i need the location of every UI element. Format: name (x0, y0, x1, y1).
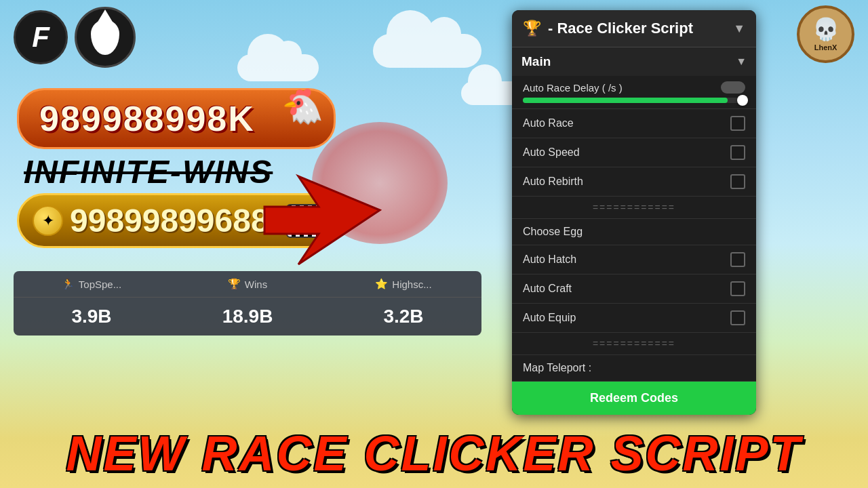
wins-value: 18.9B (180, 306, 315, 327)
auto-race-delay-track[interactable] (523, 98, 745, 103)
coin-icon: ✦ (33, 205, 63, 236)
auto-equip-checkbox[interactable] (730, 310, 745, 325)
auto-race-delay-toggle[interactable] (721, 81, 745, 94)
top-score-number: 989988998K (39, 98, 255, 139)
topspeed-icon: 🏃 (62, 278, 75, 290)
slider-thumb[interactable] (737, 95, 748, 106)
highscore-value: 3.2B (336, 306, 471, 327)
wins-label: Wins (245, 279, 267, 290)
auto-craft-label: Auto Craft (523, 283, 572, 295)
svg-marker-0 (264, 176, 380, 264)
section-main-label: Main (521, 54, 551, 69)
highscore-icon: ⭐ (375, 278, 388, 290)
auto-equip-label: Auto Equip (523, 312, 576, 324)
skull-icon: 💀 (812, 16, 840, 42)
auto-speed-checkbox[interactable] (730, 145, 745, 160)
auto-race-delay-row: Auto Race Delay ( /s ) (512, 76, 756, 109)
panel-header: 🏆 - Race Clicker Script ▼ (512, 10, 756, 47)
panel-title-text: - Race Clicker Script (548, 20, 693, 37)
auto-speed-label: Auto Speed (523, 146, 580, 159)
stats-header: 🏃 TopSpe... 🏆 Wins ⭐ Highsc... (14, 271, 481, 298)
choose-egg-row[interactable]: Choose Egg (512, 219, 756, 245)
map-teleport-row: Map Teleport : (512, 355, 756, 382)
auto-race-delay-label: Auto Race Delay ( /s ) (523, 82, 623, 94)
auto-hatch-label: Auto Hatch (523, 253, 576, 266)
redeem-codes-button[interactable]: Redeem Codes (512, 382, 756, 415)
auto-rebirth-label: Auto Rebirth (523, 176, 583, 188)
drop-logo (75, 7, 136, 68)
panel-body: Auto Race Delay ( /s ) Auto Race Auto Sp… (512, 76, 756, 415)
panel-title: 🏆 - Race Clicker Script (523, 20, 693, 37)
avatar: 💀 LhenX (797, 5, 854, 63)
auto-speed-row: Auto Speed (512, 138, 756, 167)
chicken-icon: 🐔 (281, 87, 323, 126)
slider-fill (523, 98, 728, 103)
map-teleport-label: Map Teleport : (523, 362, 591, 373)
auto-craft-checkbox[interactable] (730, 281, 745, 296)
auto-hatch-row: Auto Hatch (512, 245, 756, 274)
bottom-title: New Race Clicker Script (0, 426, 868, 481)
topspeed-label: TopSpe... (79, 279, 121, 290)
choose-egg-label: Choose Egg (523, 226, 583, 238)
stats-panel: 🏃 TopSpe... 🏆 Wins ⭐ Highsc... 3.9B 18.9… (14, 271, 481, 336)
wins-icon: 🏆 (228, 278, 241, 290)
topspeed-value: 3.9B (24, 306, 159, 327)
auto-rebirth-row: Auto Rebirth (512, 167, 756, 197)
stats-col-topspeed: 🏃 TopSpe... (24, 278, 159, 290)
drop-shape (91, 20, 119, 55)
auto-rebirth-checkbox[interactable] (730, 174, 745, 189)
auto-race-row: Auto Race (512, 109, 756, 138)
auto-craft-row: Auto Craft (512, 274, 756, 304)
logos-container: F (14, 7, 136, 68)
divider-1: ============ (512, 197, 756, 219)
coin-number: 99899899688 (70, 202, 269, 239)
stats-values: 3.9B 18.9B 3.2B (14, 298, 481, 336)
auto-hatch-checkbox[interactable] (730, 252, 745, 267)
panel-dropdown-arrow[interactable]: ▼ (733, 22, 745, 36)
auto-race-checkbox[interactable] (730, 116, 745, 131)
score-top-bar: 989988998K 🐔 (17, 88, 336, 149)
stats-col-wins: 🏆 Wins (180, 278, 315, 290)
section-arrow: ▼ (736, 56, 747, 68)
avatar-name: LhenX (812, 43, 840, 52)
arrow-indicator (258, 169, 393, 274)
divider-2: ============ (512, 333, 756, 355)
auto-race-label: Auto Race (523, 117, 574, 129)
trophy-icon: 🏆 (523, 20, 541, 37)
cloud-1 (237, 54, 319, 81)
f-logo: F (14, 10, 68, 64)
cloud-2 (373, 34, 481, 68)
stats-col-highscore: ⭐ Highsc... (336, 278, 471, 290)
auto-equip-row: Auto Equip (512, 304, 756, 333)
script-panel: 🏆 - Race Clicker Script ▼ Main ▼ Auto Ra… (512, 10, 756, 415)
avatar-inner: 💀 LhenX (812, 16, 840, 53)
highscore-label: Highsc... (392, 279, 431, 290)
panel-section-main[interactable]: Main ▼ (512, 47, 756, 76)
